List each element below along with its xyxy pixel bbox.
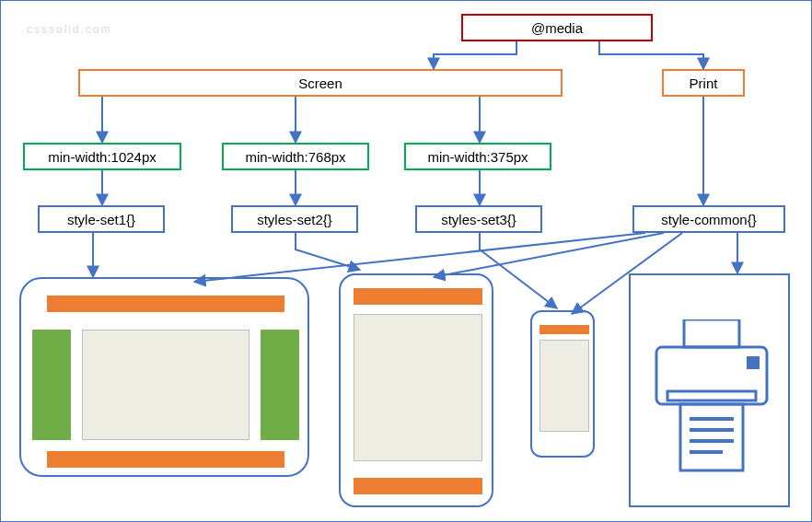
node-style-common: style-common{} — [632, 205, 785, 233]
printer-mock — [629, 273, 790, 507]
svg-rect-3 — [667, 391, 756, 400]
content-body — [539, 340, 589, 432]
phone-layout-mock — [530, 310, 595, 458]
node-mq-1024: min-width:1024px — [23, 143, 181, 170]
printer-icon — [649, 319, 773, 476]
svg-rect-4 — [680, 404, 743, 470]
node-mq-375: min-width:375px — [404, 143, 551, 170]
node-screen: Screen — [78, 69, 563, 97]
node-media: @media — [461, 14, 653, 41]
svg-rect-2 — [747, 356, 760, 369]
content-body — [354, 314, 482, 461]
svg-rect-0 — [684, 319, 739, 347]
header-bar — [539, 325, 589, 334]
tablet-layout-mock — [339, 273, 493, 507]
content-body — [82, 330, 249, 440]
node-styleset-2: styles-set2{} — [231, 205, 358, 233]
header-bar — [47, 296, 284, 312]
node-mq-768: min-width:768px — [222, 143, 369, 170]
watermark: csssolid.com — [27, 23, 112, 36]
header-bar — [354, 288, 482, 305]
diagram-canvas: csssolid.com @media Screen Print min-wid… — [0, 0, 812, 522]
node-print: Print — [662, 69, 745, 97]
node-styleset-3: styles-set3{} — [415, 205, 542, 233]
left-sidebar — [32, 330, 71, 440]
svg-rect-1 — [656, 347, 767, 404]
footer-bar — [47, 451, 284, 468]
right-sidebar — [261, 330, 299, 440]
desktop-layout-mock — [19, 277, 309, 477]
footer-bar — [354, 478, 482, 494]
node-styleset-1: style-set1{} — [38, 205, 165, 233]
